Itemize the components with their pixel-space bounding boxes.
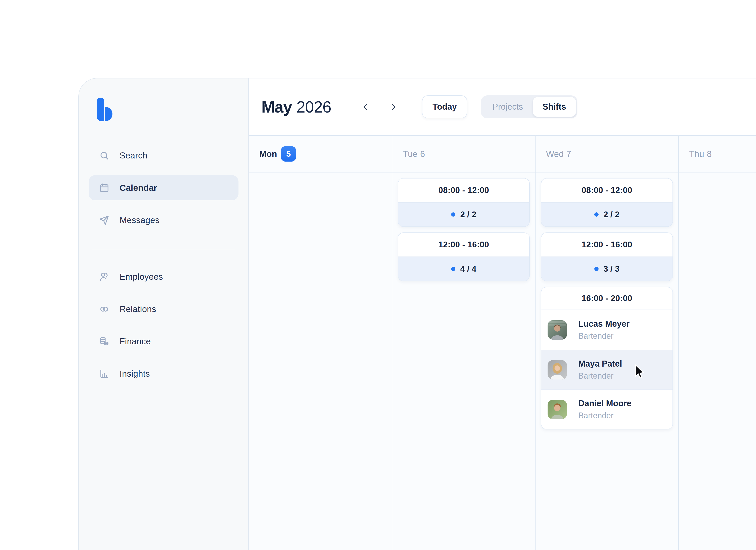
calendar-icon	[99, 182, 110, 193]
bar-chart-icon	[99, 368, 110, 379]
shift-card[interactable]: 12:00 - 16:00 4 / 4	[398, 232, 530, 281]
shift-capacity: 2 / 2	[541, 202, 672, 226]
day-header-thu: Thu 8	[678, 136, 756, 172]
employee-name: Lucas Meyer	[578, 319, 630, 329]
capacity-text: 2 / 2	[603, 210, 619, 219]
month-label: May	[261, 98, 292, 116]
toggle-option-shifts[interactable]: Shifts	[533, 97, 576, 117]
shift-time: 12:00 - 16:00	[398, 233, 529, 256]
day-date: 7	[566, 149, 571, 159]
brand-logo-bowl	[105, 107, 112, 121]
employee-name: Daniel Moore	[578, 399, 632, 408]
sidebar-item-label: Insights	[120, 369, 150, 379]
capacity-text: 3 / 3	[603, 264, 619, 273]
sidebar-item-label: Messages	[120, 215, 159, 225]
prev-month-button[interactable]	[357, 99, 373, 115]
roster-row-daniel-moore[interactable]: Daniel Moore Bartender	[541, 389, 672, 429]
shift-time: 08:00 - 12:00	[541, 178, 672, 202]
shift-time: 08:00 - 12:00	[398, 178, 529, 202]
employee-role: Bartender	[578, 371, 622, 381]
sidebar-item-messages[interactable]: Messages	[89, 207, 238, 233]
chevron-right-icon	[388, 102, 399, 112]
sidebar-item-insights[interactable]: Insights	[89, 361, 238, 386]
shift-capacity: 3 / 3	[541, 256, 672, 281]
sidebar-divider	[92, 249, 235, 249]
roster-row-lucas-meyer[interactable]: Lucas Meyer Bartender	[541, 310, 672, 350]
avatar	[548, 400, 567, 419]
day-header-tue: Tue 6	[392, 136, 535, 172]
day-label: Tue	[403, 149, 418, 159]
capacity-dot-icon	[451, 212, 455, 216]
shift-capacity: 4 / 4	[398, 256, 529, 281]
sidebar-item-relations[interactable]: Relations	[89, 297, 238, 322]
capacity-dot-icon	[594, 267, 599, 271]
brand-logo-bar	[97, 98, 104, 121]
day-column-thu	[678, 172, 756, 550]
shift-card[interactable]: 08:00 - 12:00 2 / 2	[398, 178, 530, 227]
employee-role: Bartender	[578, 411, 632, 420]
avatar	[548, 360, 567, 380]
day-column-wed: 08:00 - 12:00 2 / 2 12:00 - 16:00 3 / 3 …	[535, 172, 678, 550]
shift-capacity: 2 / 2	[398, 202, 529, 226]
sidebar-item-label: Employees	[120, 272, 163, 282]
roster-row-maya-patel[interactable]: Maya Patel Bartender	[541, 350, 672, 389]
send-icon	[99, 215, 110, 225]
day-header-wed: Wed 7	[535, 136, 678, 172]
toggle-option-projects[interactable]: Projects	[483, 97, 533, 117]
day-date: 6	[420, 149, 425, 159]
capacity-text: 2 / 2	[460, 210, 476, 219]
employee-role: Bartender	[578, 332, 630, 341]
brand-logo	[97, 98, 130, 121]
sidebar-item-calendar[interactable]: Calendar	[89, 175, 238, 200]
search-icon	[99, 150, 110, 161]
capacity-dot-icon	[451, 267, 455, 271]
year-label: 2026	[296, 98, 331, 116]
coins-icon	[99, 336, 110, 347]
day-header-mon: Mon 5	[249, 136, 392, 172]
sidebar-item-employees[interactable]: Employees	[89, 264, 238, 289]
day-date: 8	[707, 149, 712, 159]
shift-card[interactable]: 08:00 - 12:00 2 / 2	[541, 178, 673, 227]
shift-card[interactable]: 12:00 - 16:00 3 / 3	[541, 232, 673, 281]
today-button[interactable]: Today	[422, 95, 467, 118]
shift-card-roster[interactable]: 16:00 - 20:00	[541, 287, 673, 430]
sidebar: Search Calendar Messages Employees	[79, 78, 249, 550]
today-date-badge: 5	[281, 146, 296, 161]
sidebar-nav: Search Calendar Messages Employees	[79, 121, 248, 386]
view-toggle: Projects Shifts	[481, 95, 577, 118]
sidebar-item-finance[interactable]: Finance	[89, 329, 238, 354]
sidebar-item-label: Calendar	[120, 183, 157, 193]
sidebar-item-label: Search	[120, 151, 147, 160]
sidebar-item-label: Finance	[120, 337, 151, 346]
month-title: May 2026	[261, 98, 331, 116]
link-icon	[99, 304, 110, 315]
shift-time: 12:00 - 16:00	[541, 233, 672, 256]
day-label: Thu	[689, 149, 704, 159]
sidebar-item-search[interactable]: Search	[89, 143, 238, 168]
day-column-mon	[249, 172, 392, 550]
capacity-text: 4 / 4	[460, 264, 476, 273]
calendar-header: May 2026 Today Projects Shifts	[249, 78, 756, 135]
next-month-button[interactable]	[385, 99, 401, 115]
day-label: Wed	[546, 149, 564, 159]
day-column-tue: 08:00 - 12:00 2 / 2 12:00 - 16:00 4 / 4	[392, 172, 535, 550]
app-panel: Search Calendar Messages Employees	[78, 78, 756, 550]
calendar-region: May 2026 Today Projects Shifts Mon 5 Tue	[249, 78, 756, 550]
day-label: Mon	[259, 149, 277, 159]
sidebar-item-label: Relations	[120, 304, 156, 314]
users-icon	[99, 271, 110, 282]
chevron-left-icon	[360, 102, 371, 112]
employee-name: Maya Patel	[578, 359, 622, 369]
avatar	[548, 320, 567, 340]
capacity-dot-icon	[594, 212, 599, 216]
day-header-row: Mon 5 Tue 6 Wed 7 Thu 8	[249, 135, 756, 172]
shift-time: 16:00 - 20:00	[541, 287, 672, 310]
calendar-grid: 08:00 - 12:00 2 / 2 12:00 - 16:00 4 / 4	[249, 172, 756, 550]
